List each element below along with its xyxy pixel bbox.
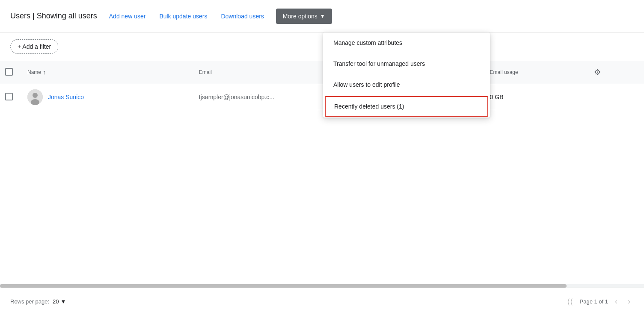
settings-column-header: ⚙ [585, 61, 644, 84]
column-settings-button[interactable]: ⚙ [592, 66, 602, 79]
rows-per-page-value: 20 [53, 298, 59, 305]
user-name-cell: Jonas Sunico [21, 84, 192, 110]
chevron-down-icon: ▼ [320, 13, 325, 19]
page-info: Page 1 of 1 [580, 298, 608, 305]
avatar-svg [27, 89, 43, 105]
horizontal-scrollbar-thumb[interactable] [0, 284, 567, 288]
filter-bar: + Add a filter [0, 32, 644, 61]
email-usage-column-header: Email usage [483, 61, 586, 84]
select-all-column [0, 61, 21, 84]
dropdown-item-recently-deleted[interactable]: Recently deleted users (1) [325, 96, 488, 117]
bulk-update-users-button[interactable]: Bulk update users [157, 9, 209, 23]
table-header-row: Name ↑ Email Status Email usage ⚙ [0, 61, 644, 84]
dropdown-item-allow-edit-profile[interactable]: Allow users to edit profile [323, 74, 490, 95]
pagination-control: ⟨⟨ Page 1 of 1 ‹ › [564, 295, 634, 308]
page-header: Users | Showing all users Add new user B… [0, 0, 644, 32]
rows-per-page-label: Rows per page: [10, 298, 49, 305]
previous-page-button[interactable]: ‹ [611, 295, 621, 308]
row-checkbox[interactable] [5, 93, 13, 100]
sort-ascending-icon: ↑ [43, 69, 46, 76]
rows-per-page-chevron-icon: ▼ [61, 298, 66, 305]
add-filter-button[interactable]: + Add a filter [10, 39, 58, 54]
rows-per-page-select[interactable]: 20 ▼ [53, 298, 66, 305]
more-options-dropdown: Manage custom attributes Transfer tool f… [323, 32, 490, 118]
horizontal-scrollbar-track[interactable] [0, 284, 644, 288]
download-users-button[interactable]: Download users [219, 9, 265, 23]
user-name-link[interactable]: Jonas Sunico [48, 94, 84, 100]
user-email-usage-cell: 0 GB [483, 84, 586, 110]
add-new-user-button[interactable]: Add new user [107, 9, 148, 23]
next-page-button[interactable]: › [624, 295, 634, 308]
table-row: Jonas Sunico tjsampler@jonasunicobp.c...… [0, 84, 644, 110]
page-footer: Rows per page: 20 ▼ ⟨⟨ Page 1 of 1 ‹ › [0, 288, 644, 315]
row-checkbox-cell [0, 84, 21, 110]
avatar [27, 89, 43, 105]
select-all-checkbox[interactable] [5, 68, 13, 76]
dropdown-item-manage-custom-attributes[interactable]: Manage custom attributes [323, 32, 490, 53]
users-table: Name ↑ Email Status Email usage ⚙ [0, 61, 644, 110]
row-actions-cell [585, 84, 644, 110]
page-title: Users | Showing all users [10, 12, 97, 21]
dropdown-item-transfer-tool[interactable]: Transfer tool for unmanaged users [323, 53, 490, 74]
users-table-container: Name ↑ Email Status Email usage ⚙ [0, 61, 644, 110]
svg-point-1 [33, 93, 38, 98]
name-column-header[interactable]: Name ↑ [21, 61, 192, 84]
first-page-button[interactable]: ⟨⟨ [564, 295, 576, 308]
more-options-button[interactable]: More options ▼ [276, 9, 332, 24]
rows-per-page-control: Rows per page: 20 ▼ [10, 298, 66, 305]
